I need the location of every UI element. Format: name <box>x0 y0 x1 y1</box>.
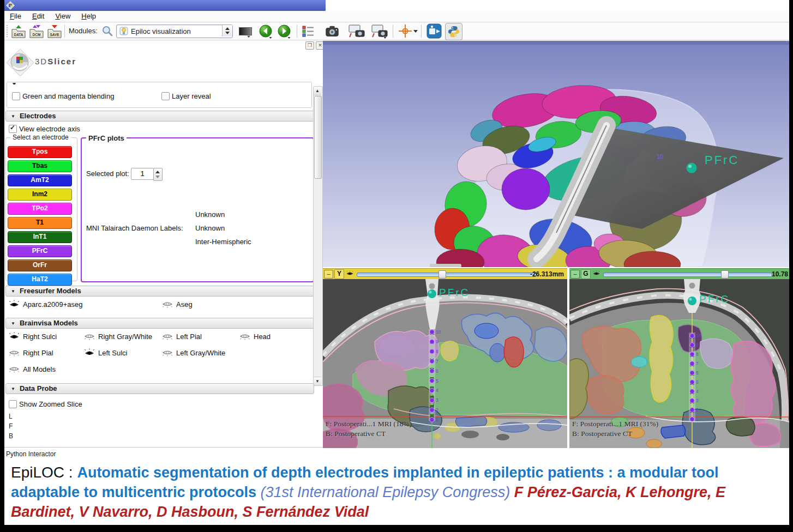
eye-closed-icon[interactable] <box>83 332 96 343</box>
toolbar-separator <box>64 25 67 38</box>
yellow-collapse-button[interactable]: – <box>324 270 333 279</box>
scene-view-icon[interactable] <box>348 24 365 38</box>
figure-frame: FileEditViewHelp DATADCMSAVE Modules: Ep… <box>0 0 793 532</box>
mni-labels-caption: MNI Talairach Daemon Labels: <box>86 224 183 232</box>
svg-text:DATA: DATA <box>14 33 23 37</box>
green-slider-handle[interactable] <box>721 270 729 279</box>
electrode-contact-6 <box>690 371 694 375</box>
eye-open-icon[interactable] <box>8 300 21 311</box>
electrode-button-tbas[interactable]: Tbas <box>8 160 72 172</box>
scene-view-caret[interactable] <box>384 37 387 39</box>
history-swatch-icon[interactable] <box>239 27 252 35</box>
menu-edit[interactable]: Edit <box>27 11 50 20</box>
electrode-contact-1 <box>430 418 434 422</box>
electrode-button-tpo2[interactable]: TPo2 <box>8 203 72 215</box>
module-selected-value: Epiloc visualization <box>131 27 191 35</box>
electrode-contact-4 <box>690 389 694 394</box>
module-next-caret[interactable] <box>288 37 291 39</box>
electrode-button-pfrc[interactable]: PFrC <box>8 245 72 257</box>
contact-number-7: 7 <box>696 361 699 366</box>
save-toolbar-button[interactable]: SAVE <box>47 24 62 39</box>
menu-help[interactable]: Help <box>76 11 101 20</box>
electrode-button-int1[interactable]: InT1 <box>8 231 72 243</box>
toolbar-grip[interactable] <box>7 25 9 37</box>
electrode-button-tpos[interactable]: Tpos <box>8 146 72 158</box>
scroll-thumb[interactable] <box>314 96 322 179</box>
green-collapse-button[interactable]: – <box>570 270 580 279</box>
green-visibility-eye-icon[interactable] <box>592 270 600 277</box>
electrode-button-hat2[interactable]: HaT2 <box>8 274 72 286</box>
freesurfer-section-header[interactable]: ▼Freesurfer Models <box>5 286 314 297</box>
layout-icon[interactable] <box>301 24 315 38</box>
electrode-contact-7 <box>690 361 694 366</box>
electrode-contact-6 <box>430 368 434 373</box>
green-slice-view[interactable]: 10987654321 PFrC F: Postoperati...1 MRI … <box>569 279 789 448</box>
eye-closed-icon[interactable] <box>161 300 174 311</box>
layer-reveal-checkbox[interactable] <box>161 92 170 100</box>
green-axis-letter[interactable]: G <box>581 269 591 279</box>
crosshair-caret[interactable] <box>413 30 418 33</box>
show-zoomed-slice-checkbox[interactable] <box>9 400 17 408</box>
yellow-slice-view[interactable]: 10987654321 PFrC F: Postoperati...1 MRI … <box>323 279 567 448</box>
module-spinner[interactable] <box>222 25 232 37</box>
eye-open-icon[interactable] <box>8 332 21 343</box>
eye-closed-icon[interactable] <box>8 348 21 359</box>
electrode-button-inm2[interactable]: Inm2 <box>8 189 72 201</box>
electrode-list: TposTbasAmT2Inm2TPo2T1InT1PFrCOrFrHaT2 <box>8 146 72 286</box>
panel-float-icon[interactable]: ❐ <box>305 41 314 50</box>
history-dropdown-caret[interactable] <box>247 36 250 38</box>
electrode-contact-1 <box>690 417 694 421</box>
scroll-up-icon[interactable]: ▲ <box>314 87 321 95</box>
data-probe-section-header[interactable]: ▼Data Probe <box>5 383 314 394</box>
slicer-logo-text: 3DSlicer <box>35 57 76 66</box>
contact-number-4: 4 <box>436 388 438 393</box>
selected-plot-spinner[interactable] <box>153 168 163 181</box>
extensions-manager-icon[interactable] <box>426 23 442 39</box>
selected-plot-value[interactable]: 1 <box>131 168 154 180</box>
data-toolbar-button[interactable]: DATA <box>11 24 26 39</box>
electrodes-section-header[interactable]: ▼Electrodes <box>5 111 314 122</box>
yellow-visibility-eye-icon[interactable] <box>346 270 354 277</box>
menu-file[interactable]: File <box>4 11 27 20</box>
yellow-slider-handle[interactable] <box>438 270 446 279</box>
module-selector[interactable]: Epiloc visualization <box>116 25 233 38</box>
threed-view[interactable]: PFrC 10 <box>323 41 789 267</box>
electrode-button-amt2[interactable]: AmT2 <box>8 174 72 186</box>
svg-text:DCM: DCM <box>33 33 41 37</box>
view-electrode-axis-checkbox[interactable] <box>9 125 17 133</box>
contact-number-1: 1 <box>436 417 438 422</box>
threed-contact-number: 10 <box>657 153 663 160</box>
screenshot-icon[interactable] <box>325 24 339 38</box>
green-slice-slider[interactable] <box>603 273 772 277</box>
eye-closed-icon[interactable] <box>161 332 174 343</box>
electrode-button-orfr[interactable]: OrFr <box>8 259 72 271</box>
select-electrode-title: Select an electrode <box>10 134 71 141</box>
yellow-slice-slider[interactable] <box>357 273 537 277</box>
electrode-contact-7 <box>430 359 434 364</box>
eye-closed-icon[interactable] <box>238 332 251 343</box>
slicer-logo-icon <box>5 48 35 77</box>
search-icon[interactable] <box>101 25 113 37</box>
electrode-button-t1[interactable]: T1 <box>8 217 72 229</box>
eye-closed-icon[interactable] <box>8 365 21 376</box>
module-prev-icon[interactable] <box>259 24 273 38</box>
yellow-axis-letter[interactable]: Y <box>334 269 344 279</box>
menu-view[interactable]: View <box>50 11 76 20</box>
panel-scrollbar[interactable]: ▲ ▼ <box>313 86 323 386</box>
brainvisa-section-header[interactable]: ▼Brainvisa Models <box>5 318 314 329</box>
module-next-icon[interactable] <box>277 24 291 38</box>
eye-closed-icon[interactable] <box>161 348 174 359</box>
contact-number-3: 3 <box>696 398 699 403</box>
data-probe-axis-l: L <box>9 413 13 420</box>
green-magenta-label: Green and magenta blending <box>22 92 114 100</box>
scroll-down-icon[interactable]: ▼ <box>314 377 321 385</box>
contact-number-2: 2 <box>436 407 438 413</box>
eye-open-icon[interactable] <box>83 348 96 359</box>
dcm-toolbar-button[interactable]: DCM <box>29 24 44 39</box>
scene-view-camera-icon[interactable] <box>371 24 388 38</box>
module-combo-icon <box>119 27 128 35</box>
crosshair-icon[interactable] <box>398 24 412 38</box>
module-prev-caret[interactable] <box>269 37 272 39</box>
green-magenta-checkbox[interactable] <box>12 92 20 100</box>
python-interactor-button[interactable] <box>445 23 462 40</box>
